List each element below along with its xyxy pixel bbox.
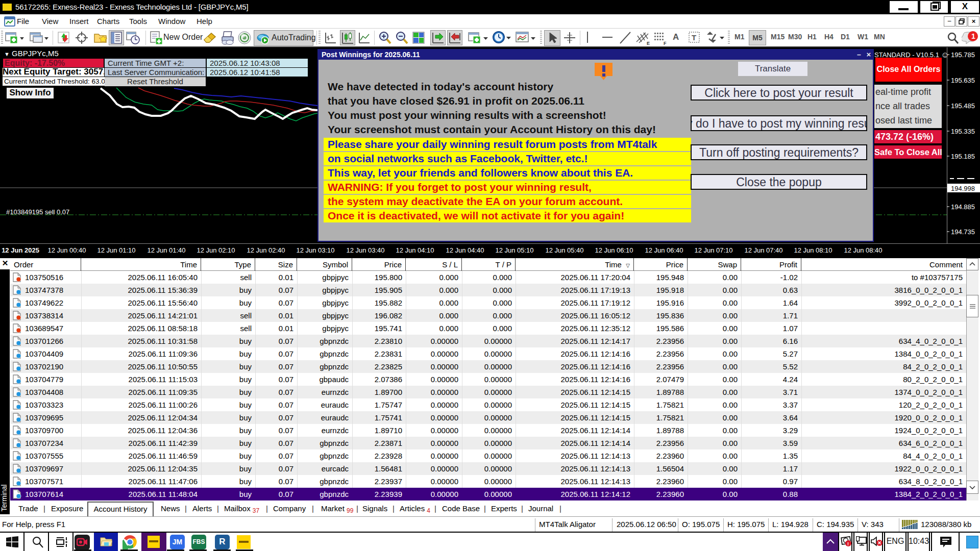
svg-text:195.485: 195.485 bbox=[951, 102, 975, 110]
svg-text:12 Jun 05:40: 12 Jun 05:40 bbox=[545, 246, 583, 254]
svg-text:12 Jun 08:40: 12 Jun 08:40 bbox=[844, 246, 882, 254]
svg-text:12 Jun 02:40: 12 Jun 02:40 bbox=[247, 246, 285, 254]
svg-text:12 Jun 07:10: 12 Jun 07:10 bbox=[694, 246, 732, 254]
svg-text:12 Jun 01:40: 12 Jun 01:40 bbox=[147, 246, 185, 254]
svg-text:1: 1 bbox=[971, 32, 975, 40]
svg-text:12 Jun 02:10: 12 Jun 02:10 bbox=[197, 246, 235, 254]
svg-text:195.785: 195.785 bbox=[951, 51, 975, 59]
svg-text:12 Jun 06:10: 12 Jun 06:10 bbox=[595, 246, 633, 254]
svg-text:T: T bbox=[692, 33, 696, 42]
svg-text:194.885: 194.885 bbox=[951, 203, 975, 211]
svg-text:12 Jun 00:40: 12 Jun 00:40 bbox=[47, 246, 86, 254]
svg-text:195.185: 195.185 bbox=[951, 153, 975, 160]
svg-text:12 Jun 03:10: 12 Jun 03:10 bbox=[296, 246, 334, 254]
svg-text:12 Jun 05:10: 12 Jun 05:10 bbox=[495, 246, 533, 254]
svg-text:12 Jun 08:10: 12 Jun 08:10 bbox=[794, 246, 832, 254]
svg-text:194.998: 194.998 bbox=[951, 185, 975, 192]
svg-text:12 Jun 07:40: 12 Jun 07:40 bbox=[744, 246, 782, 254]
svg-text:E: E bbox=[647, 41, 650, 46]
svg-text:12 Jun 01:10: 12 Jun 01:10 bbox=[97, 246, 135, 254]
svg-text:F: F bbox=[664, 41, 667, 46]
svg-text:12 Jun 03:40: 12 Jun 03:40 bbox=[346, 246, 384, 254]
svg-text:!: ! bbox=[847, 541, 849, 546]
svg-text:195.335: 195.335 bbox=[951, 128, 975, 135]
svg-text:12 Jun 06:40: 12 Jun 06:40 bbox=[645, 246, 683, 254]
svg-text:194.735: 194.735 bbox=[951, 228, 975, 236]
svg-text:195.635: 195.635 bbox=[951, 77, 975, 84]
svg-text:12 Jun 04:40: 12 Jun 04:40 bbox=[446, 246, 484, 254]
svg-text:12 Jun 04:10: 12 Jun 04:10 bbox=[396, 246, 434, 254]
svg-text:12 Jun 2025: 12 Jun 2025 bbox=[2, 246, 39, 254]
